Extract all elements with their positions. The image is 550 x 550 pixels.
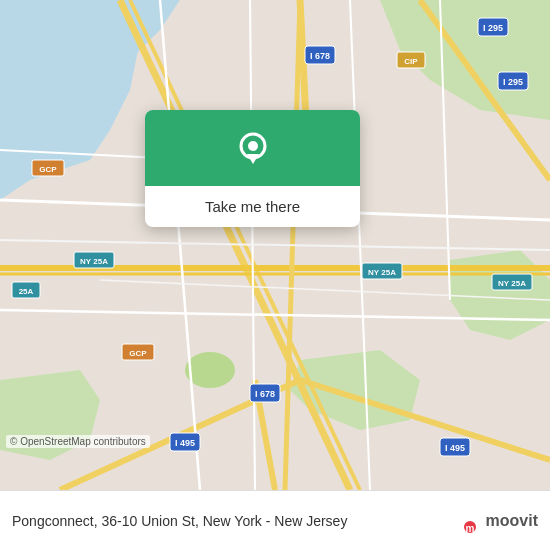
svg-text:m: m [465,523,474,534]
svg-text:CIP: CIP [404,57,418,66]
svg-text:I 495: I 495 [175,438,195,448]
location-pin-icon [231,128,275,172]
svg-text:I 678: I 678 [255,389,275,399]
map-attribution: © OpenStreetMap contributors [6,435,150,448]
svg-point-7 [185,352,235,388]
navigation-card: Take me there [145,110,360,227]
svg-marker-55 [247,154,259,164]
take-me-there-button[interactable]: Take me there [145,186,360,227]
moovit-logo: m moovit [456,507,538,535]
map-container: I 295 I 678 CIP I 295 GCP NY 25A NY 25A … [0,0,550,490]
svg-text:I 295: I 295 [503,77,523,87]
svg-text:NY 25A: NY 25A [498,279,526,288]
svg-text:GCP: GCP [129,349,147,358]
svg-text:I 495: I 495 [445,443,465,453]
moovit-text: moovit [486,512,538,530]
svg-point-54 [248,141,258,151]
svg-text:I 678: I 678 [310,51,330,61]
svg-text:GCP: GCP [39,165,57,174]
svg-text:25A: 25A [19,287,34,296]
moovit-icon: m [456,507,484,535]
bottom-bar: Pongconnect, 36-10 Union St, New York - … [0,490,550,550]
location-text: Pongconnect, 36-10 Union St, New York - … [12,513,456,529]
card-header [145,110,360,186]
svg-text:NY 25A: NY 25A [368,268,396,277]
svg-text:NY 25A: NY 25A [80,257,108,266]
svg-text:I 295: I 295 [483,23,503,33]
